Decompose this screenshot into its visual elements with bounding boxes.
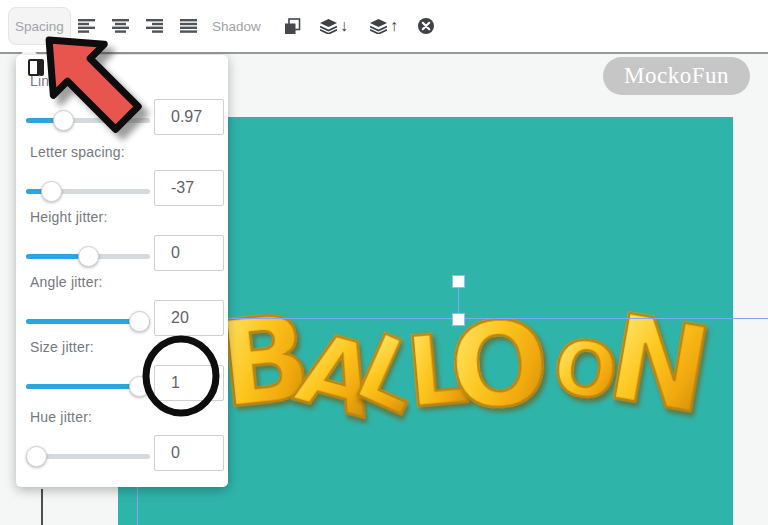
justify-icon (180, 19, 197, 33)
slider-handle[interactable] (129, 376, 150, 397)
align-center-button[interactable] (106, 12, 134, 40)
text-toolbar: Spacing Shadow (0, 0, 768, 52)
slider-track[interactable] (26, 245, 150, 267)
move-layer-down-icon: ↓ (320, 18, 348, 34)
slider-track[interactable] (26, 180, 150, 202)
slider-value-input[interactable] (154, 235, 224, 271)
slider-label: Height jitter: (30, 209, 108, 225)
slider-handle[interactable] (78, 246, 99, 267)
slider-handle[interactable] (41, 181, 62, 202)
mockofun-watermark-label: MockoFun (624, 63, 729, 89)
slider-handle[interactable] (129, 311, 150, 332)
slider-track[interactable] (26, 375, 150, 397)
slider-value-input[interactable] (154, 365, 224, 401)
align-center-icon (112, 19, 129, 33)
slider-label: Angle jitter: (30, 274, 103, 290)
spacing-panel: Line height: Letter spacing: Height jitt… (16, 55, 228, 487)
slider-handle[interactable] (53, 110, 74, 131)
slider-track[interactable] (26, 109, 150, 131)
slider-section: Size jitter: (16, 339, 228, 403)
slider-handle[interactable] (26, 446, 47, 467)
duplicate-icon (284, 18, 301, 35)
slider-section: Angle jitter: (16, 274, 228, 338)
slider-label: Letter spacing: (30, 144, 125, 160)
rotate-handle[interactable] (452, 275, 465, 288)
slider-section: Letter spacing: (16, 144, 228, 208)
slider-label: Hue jitter: (30, 409, 92, 425)
slider-section: Hue jitter: (16, 409, 228, 473)
delete-button[interactable] (412, 12, 440, 40)
slider-label: Size jitter: (30, 339, 94, 355)
delete-icon (417, 17, 435, 35)
slider-track[interactable] (26, 310, 150, 332)
spacing-button[interactable]: Spacing (8, 7, 71, 45)
slider-value-input[interactable] (154, 435, 224, 471)
move-layer-up-button[interactable]: ↑ (362, 12, 406, 40)
align-right-button[interactable] (140, 12, 168, 40)
slider-value-input[interactable] (154, 170, 224, 206)
justify-button[interactable] (174, 12, 202, 40)
slider-section: Line height: (16, 73, 228, 137)
slider-section: Height jitter: (16, 209, 228, 273)
slider-label: Line height: (30, 73, 105, 89)
page-edge-line (41, 489, 43, 525)
align-right-icon (146, 19, 163, 33)
align-left-icon (78, 19, 95, 33)
toolbar-divider (0, 52, 768, 54)
slider-value-input[interactable] (154, 99, 224, 135)
align-left-button[interactable] (72, 12, 100, 40)
duplicate-button[interactable] (278, 12, 306, 40)
shadow-button[interactable]: Shadow (206, 10, 267, 42)
move-layer-down-button[interactable]: ↓ (312, 12, 356, 40)
move-layer-up-icon: ↑ (370, 18, 398, 34)
slider-value-input[interactable] (154, 300, 224, 336)
slider-track[interactable] (26, 445, 150, 467)
mockofun-watermark: MockoFun (603, 57, 750, 95)
top-middle-resize-handle[interactable] (452, 313, 465, 326)
